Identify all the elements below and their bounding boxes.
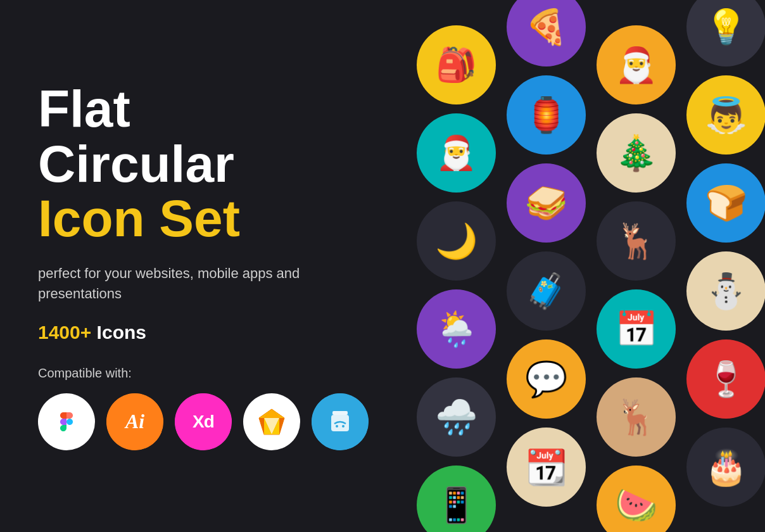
figma-icon <box>38 393 95 450</box>
svg-point-15 <box>342 425 345 428</box>
icon-circle: 🏮 <box>507 75 586 155</box>
icon-circle: 🌧️ <box>417 377 496 457</box>
illustrator-icon: Ai <box>106 393 163 450</box>
subtitle: perfect for your websites, mobile apps a… <box>38 263 342 304</box>
icons-stagger-container: 🎒 🎅 🌙 🌦️ 🌧️ 📱 🍕 🏮 🥪 🧳 💬 📆 🎅 🎄 🦌 📅 🦌 🍉 <box>417 0 765 532</box>
craft-icon <box>312 393 369 450</box>
icon-circle: 🎂 <box>686 428 765 507</box>
app-icons: Ai Xd <box>38 393 342 450</box>
icon-circle: 🌙 <box>417 201 496 281</box>
icon-count: 1400+ Icons <box>38 322 342 343</box>
icon-circle: 💬 <box>507 339 586 419</box>
title-flat: Flat <box>38 82 342 136</box>
svg-rect-12 <box>332 411 348 415</box>
icon-circle: 🥪 <box>507 163 586 243</box>
icon-circle: 📅 <box>597 289 676 369</box>
title-icon-set: Icon Set <box>38 191 342 246</box>
icon-circle: 📆 <box>507 428 586 507</box>
title-circular: Circular <box>38 137 342 191</box>
icon-circle: 🦌 <box>597 377 676 457</box>
icon-circle: 🍉 <box>597 466 676 532</box>
icon-circle: 🎒 <box>417 25 496 104</box>
icon-circle: 🎄 <box>597 113 676 193</box>
svg-point-14 <box>336 425 338 428</box>
icon-circle: 🦌 <box>597 201 676 281</box>
icon-circle: ⛄ <box>686 251 765 331</box>
compatible-label: Compatible with: <box>38 366 342 381</box>
right-panel: 🎒 🎅 🌙 🌦️ 🌧️ 📱 🍕 🏮 🥪 🧳 💬 📆 🎅 🎄 🦌 📅 🦌 🍉 <box>380 0 765 532</box>
icon-circle: 👼 <box>686 75 765 155</box>
svg-rect-13 <box>331 415 349 431</box>
count-label: Icons <box>97 322 146 343</box>
icon-circle: 🎅 <box>417 113 496 193</box>
icon-circle: 🌦️ <box>417 289 496 369</box>
icon-circle: 🍕 <box>507 0 586 66</box>
icon-circle: 📱 <box>417 466 496 532</box>
icon-circle: 🍞 <box>686 163 765 243</box>
sketch-icon <box>243 393 300 450</box>
icon-circle: 🍷 <box>686 339 765 419</box>
left-panel: Flat Circular Icon Set perfect for your … <box>0 0 380 532</box>
icon-circle: 💡 <box>686 0 765 66</box>
count-number: 1400+ <box>38 322 91 343</box>
xd-label: Xd <box>193 412 214 432</box>
icon-circle: 🎅 <box>597 25 676 104</box>
icon-circle: 🧳 <box>507 251 586 331</box>
ai-label: Ai <box>125 410 144 433</box>
xd-icon: Xd <box>175 393 232 450</box>
